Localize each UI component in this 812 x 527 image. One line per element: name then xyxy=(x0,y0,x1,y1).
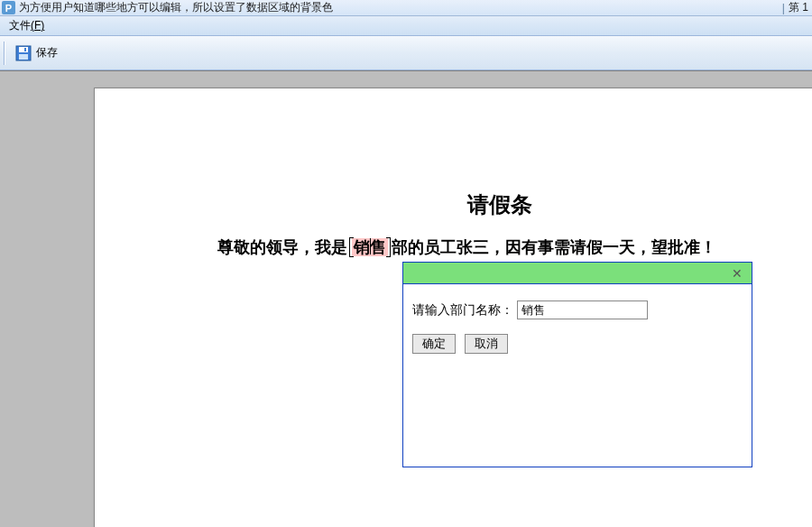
cancel-button[interactable]: 取消 xyxy=(465,334,508,354)
toolbar: 保存 xyxy=(0,36,812,70)
menu-file-label: 文件 xyxy=(9,19,31,32)
save-icon xyxy=(14,44,32,62)
close-icon[interactable]: ✕ xyxy=(728,265,746,282)
svg-rect-2 xyxy=(19,54,28,60)
department-field-part2: 售 xyxy=(370,238,386,256)
svg-rect-1 xyxy=(19,47,28,52)
menu-file[interactable]: 文件(F) xyxy=(4,16,50,35)
menu-file-accelerator: (F) xyxy=(31,19,44,32)
window-title: 为方便用户知道哪些地方可以编辑，所以设置了数据区域的背景色 xyxy=(19,0,779,15)
body-suffix: 部的员工张三，因有事需请假一天，望批准！ xyxy=(388,238,717,256)
menu-bar: 文件(F) xyxy=(0,16,812,36)
toolbar-separator xyxy=(4,42,5,65)
document-title: 请假条 xyxy=(95,190,812,219)
svg-rect-3 xyxy=(24,48,26,51)
save-button[interactable]: 保存 xyxy=(9,41,63,66)
dialog-titlebar: ✕ xyxy=(403,263,752,284)
input-dialog: ✕ 请输入部门名称： 确定 取消 xyxy=(402,262,752,467)
dialog-button-row: 确定 取消 xyxy=(412,334,743,354)
title-separator: | xyxy=(782,2,785,14)
save-button-label: 保存 xyxy=(36,45,58,60)
department-field-part1: 销 xyxy=(354,238,370,256)
dialog-field-row: 请输入部门名称： xyxy=(412,300,743,319)
department-field[interactable]: 销售 xyxy=(352,238,388,256)
page-indicator: 第 1 xyxy=(789,0,810,15)
department-input[interactable] xyxy=(517,300,648,319)
dialog-body: 请输入部门名称： 确定 取消 xyxy=(403,284,752,363)
ok-button[interactable]: 确定 xyxy=(412,334,456,354)
body-prefix: 尊敬的领导，我是 xyxy=(217,238,352,256)
title-bar: P 为方便用户知道哪些地方可以编辑，所以设置了数据区域的背景色 | 第 1 xyxy=(0,0,812,16)
app-icon: P xyxy=(2,1,15,14)
dialog-field-label: 请输入部门名称： xyxy=(412,302,513,319)
